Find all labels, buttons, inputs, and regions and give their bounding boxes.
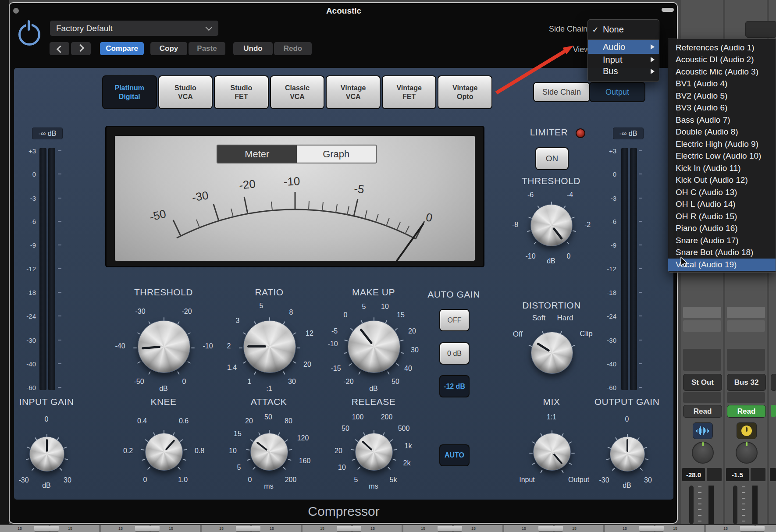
auto-gain-minus12db-button[interactable]: -12 dB [439, 375, 470, 397]
mixer-slot[interactable] [727, 349, 765, 371]
automation-read-button-partial[interactable] [771, 405, 776, 417]
fader-cap[interactable] [438, 526, 462, 532]
fader-tick-label: 15 [270, 526, 274, 531]
ratio-knob[interactable] [243, 320, 296, 373]
fader-track[interactable] [733, 486, 737, 524]
mix-label: MIX [543, 397, 560, 407]
prev-preset-button[interactable] [50, 42, 69, 55]
output-routing-button[interactable]: Bus 32 [727, 374, 766, 391]
submenu-item[interactable]: References (Audio 1) [668, 42, 776, 54]
pan-knob[interactable] [692, 442, 714, 464]
copy-button[interactable]: Copy [150, 42, 187, 55]
volume-value[interactable]: -28.0 [682, 468, 705, 481]
pan-knob[interactable] [736, 442, 758, 464]
meter-scale-tick [639, 198, 642, 199]
release-knob[interactable] [355, 433, 393, 471]
menu-item-none[interactable]: ✓ None [588, 20, 659, 39]
submenu-item[interactable]: BV3 (Audio 6) [668, 102, 776, 114]
meter-scale-tick [58, 245, 61, 245]
output-gain-knob[interactable] [610, 436, 645, 472]
freeze-waveform-button[interactable] [693, 422, 713, 439]
paste-button[interactable]: Paste [189, 42, 225, 55]
redo-button[interactable]: Redo [274, 42, 312, 55]
meter-scale-tick [639, 245, 642, 245]
mixer-slot[interactable] [683, 320, 721, 332]
fader-cap[interactable] [236, 526, 260, 532]
fader-cap[interactable] [740, 526, 765, 532]
automation-read-button[interactable]: Read [683, 405, 722, 418]
fader-tick-label: 15 [169, 526, 173, 531]
distortion-label: DISTORTION [522, 300, 581, 311]
window-title: Acoustic [326, 6, 361, 16]
fader-cap[interactable] [337, 526, 361, 532]
attack-knob[interactable] [250, 433, 288, 471]
knee-knob[interactable] [145, 433, 183, 471]
submenu-item[interactable]: Double (Audio 8) [668, 126, 776, 138]
submenu-item[interactable]: Electric Low (Audio 10) [668, 150, 776, 163]
submenu-item[interactable]: Acoustic Mic (Audio 3) [668, 66, 776, 78]
pan-tick [702, 442, 704, 446]
compare-button[interactable]: Compare [100, 42, 144, 55]
submenu-item[interactable]: OH C (Audio 13) [668, 186, 776, 199]
fader-cap[interactable] [135, 526, 160, 532]
input-gain-knob[interactable] [29, 436, 64, 472]
submenu-item[interactable]: OH L (Audio 14) [668, 199, 776, 211]
mixer-slot[interactable] [683, 307, 721, 318]
mixer-slot[interactable] [727, 307, 765, 318]
preset-selector[interactable]: Factory Default [50, 21, 218, 36]
mixer-top-button-partial[interactable] [745, 21, 776, 38]
next-preset-button[interactable] [71, 42, 91, 55]
meter-peak-box [751, 468, 765, 481]
distortion-knob[interactable] [531, 332, 573, 374]
submenu-item[interactable]: Bass (Audio 7) [668, 114, 776, 126]
makeup-label: MAKE UP [352, 287, 395, 298]
undo-button[interactable]: Undo [233, 42, 273, 55]
automation-read-button[interactable]: Read [727, 405, 766, 418]
fader-cap[interactable] [34, 526, 59, 532]
submenu-item[interactable]: Electric High (Audio 9) [668, 138, 776, 150]
model-classic-vca[interactable]: ClassicVCA [270, 75, 325, 109]
model-platinum-digital[interactable]: PlatinumDigital [102, 75, 157, 109]
output-view-button[interactable]: Output [589, 82, 645, 102]
limiter-threshold-knob[interactable] [530, 204, 573, 246]
minimize-pill[interactable] [662, 8, 674, 12]
output-gain-label: OUTPUT GAIN [594, 397, 660, 407]
menu-item-bus[interactable]: Bus [588, 65, 659, 77]
volume-value[interactable]: -1.5 [726, 468, 749, 481]
fader-cap[interactable] [639, 526, 664, 532]
model-studio-fet[interactable]: StudioFET [214, 75, 269, 109]
submenu-item[interactable]: Kick In (Audio 11) [668, 162, 776, 174]
model-vintage-vca[interactable]: VintageVCA [326, 75, 381, 109]
menu-item-audio[interactable]: Audio [588, 40, 659, 54]
submenu-item[interactable]: Snare (Audio 17) [668, 234, 776, 247]
submenu-item[interactable]: BV2 (Audio 5) [668, 90, 776, 102]
input-monitor-button[interactable] [737, 422, 757, 439]
submenu-item[interactable]: Piano (Audio 16) [668, 223, 776, 235]
channel-meter [752, 486, 758, 524]
menu-item-input[interactable]: Input [588, 54, 659, 65]
submenu-arrow-icon [651, 69, 655, 74]
submenu-item[interactable]: BV1 (Audio 4) [668, 78, 776, 90]
threshold-knob[interactable] [138, 320, 190, 373]
auto-attack-release-button[interactable]: AUTO [439, 444, 470, 466]
bypass-power-button[interactable] [16, 18, 41, 46]
auto-gain-off-button[interactable]: OFF [439, 309, 470, 331]
limiter-on-button[interactable]: ON [535, 147, 569, 170]
fader-track[interactable] [689, 486, 694, 524]
model-studio-vca[interactable]: StudioVCA [158, 75, 213, 109]
auto-gain-0db-button[interactable]: 0 dB [439, 342, 470, 365]
makeup-knob[interactable] [348, 320, 400, 373]
output-routing-button[interactable]: St Out [683, 374, 722, 391]
submenu-item[interactable]: Acoustic DI (Audio 2) [668, 54, 776, 66]
output-routing-button-partial[interactable] [771, 374, 776, 391]
tab-graph[interactable]: Graph [297, 145, 376, 163]
model-vintage-fet[interactable]: VintageFET [382, 75, 437, 109]
submenu-item[interactable]: Kick Out (Audio 12) [668, 174, 776, 187]
window-dot[interactable] [13, 8, 19, 14]
mixer-slot[interactable] [683, 349, 721, 371]
submenu-item[interactable]: OH R (Audio 15) [668, 210, 776, 223]
mixer-slot[interactable] [727, 320, 765, 332]
fader-cap[interactable] [538, 526, 563, 532]
mix-knob[interactable] [533, 433, 571, 471]
tab-meter[interactable]: Meter [217, 145, 297, 163]
